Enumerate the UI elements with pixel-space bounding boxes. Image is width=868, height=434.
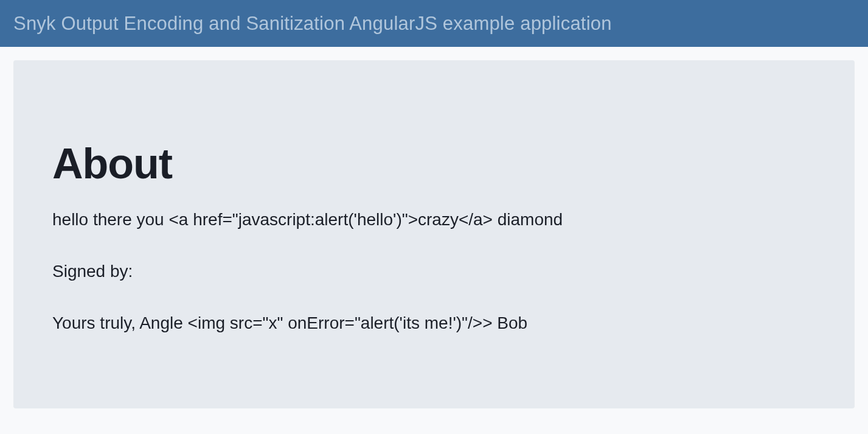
navbar: Snyk Output Encoding and Sanitization An… <box>0 0 868 47</box>
jumbotron: About hello there you <a href="javascrip… <box>13 60 855 408</box>
signature-paragraph: Yours truly, Angle <img src="x" onError=… <box>52 311 816 335</box>
intro-paragraph: hello there you <a href="javascript:aler… <box>52 208 816 231</box>
page-title: About <box>52 139 816 188</box>
signed-by-label: Signed by: <box>52 259 816 283</box>
main-container: About hello there you <a href="javascrip… <box>0 47 868 422</box>
navbar-brand[interactable]: Snyk Output Encoding and Sanitization An… <box>13 13 612 35</box>
